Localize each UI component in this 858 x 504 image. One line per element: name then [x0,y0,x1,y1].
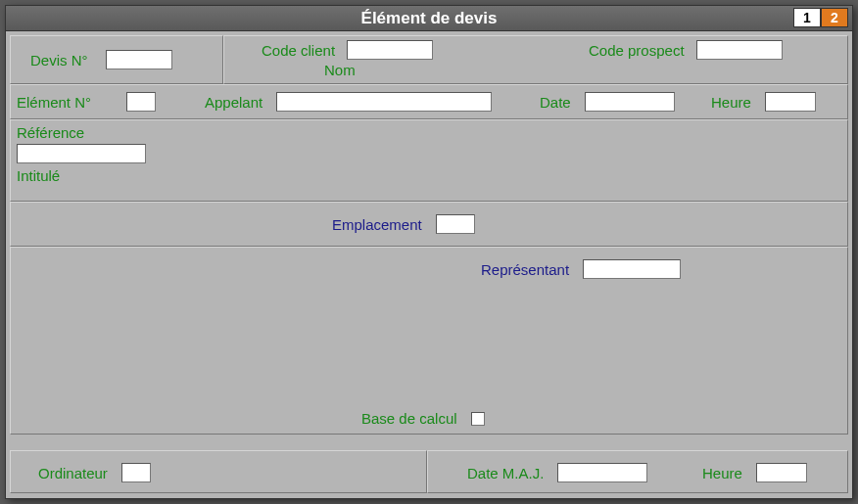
label-representant: Représentant [481,261,569,278]
page-2-button[interactable]: 2 [821,8,848,27]
checkbox-base-calcul[interactable] [471,412,485,426]
page-buttons: 1 2 [793,8,848,27]
field-appelant[interactable] [276,92,492,112]
field-devis-no[interactable] [106,50,172,69]
content: Devis N° Code client Code prospect Nom E… [6,31,852,498]
panel-reference: Référence Intitulé [10,119,848,202]
label-date: Date [540,94,571,111]
label-code-prospect: Code prospect [589,42,685,59]
field-ordinateur[interactable] [121,463,151,482]
label-emplacement: Emplacement [332,216,422,233]
label-ordinateur: Ordinateur [38,465,108,481]
panel-codes: Code client Code prospect Nom [223,35,848,84]
page-1-button[interactable]: 1 [793,8,821,27]
label-nom: Nom [324,62,356,78]
panel-ordinateur: Ordinateur [10,450,427,493]
field-emplacement[interactable] [436,214,475,234]
field-code-prospect[interactable] [696,40,783,60]
panel-representant: Représentant Base de calcul [10,247,848,435]
panel-maj: Date M.A.J. Heure [427,450,848,493]
label-heure2: Heure [702,465,742,481]
label-heure: Heure [711,94,751,111]
field-representant[interactable] [583,259,681,279]
field-date[interactable] [585,92,675,112]
panel-devis: Devis N° [10,35,223,84]
window: Élément de devis 1 2 Devis N° Code clien… [5,5,853,499]
window-title: Élément de devis [361,9,498,27]
label-base-calcul: Base de calcul [361,410,457,427]
field-code-client[interactable] [347,40,433,60]
label-intitule: Intitulé [17,167,60,184]
label-reference: Référence [17,124,84,141]
label-code-client: Code client [262,42,335,59]
label-devis-no: Devis N° [30,52,88,69]
field-element-no[interactable] [126,92,156,112]
field-date-maj[interactable] [557,463,647,482]
label-appelant: Appelant [205,94,262,111]
label-element-no: Elément N° [17,94,91,111]
label-date-maj: Date M.A.J. [467,465,544,481]
field-heure2[interactable] [756,463,807,482]
field-reference[interactable] [17,144,146,163]
field-heure[interactable] [765,92,816,112]
panel-element: Elément N° Appelant Date Heure [10,84,848,119]
panel-emplacement: Emplacement [10,202,848,247]
titlebar: Élément de devis 1 2 [6,6,852,31]
